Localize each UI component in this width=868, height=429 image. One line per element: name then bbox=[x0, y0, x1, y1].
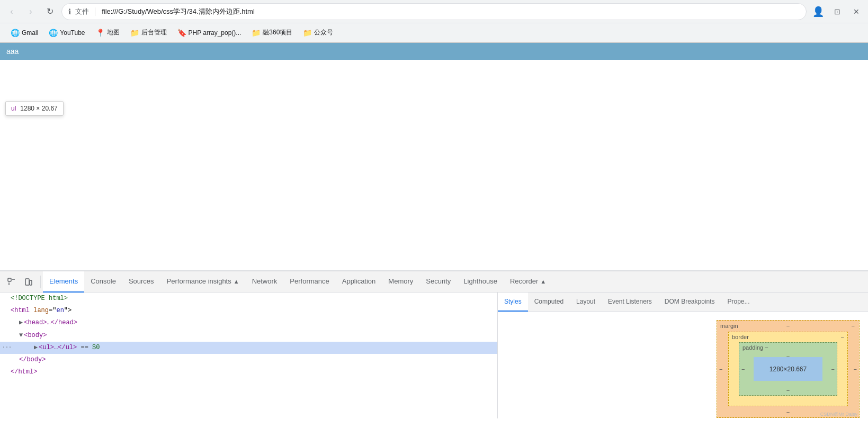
svg-rect-2 bbox=[30, 280, 32, 285]
styles-tab-properties[interactable]: Prope... bbox=[721, 293, 756, 312]
dom-head[interactable]: ▶<head>…</head> bbox=[0, 317, 497, 329]
dom-doctype: <!DOCTYPE html> bbox=[0, 293, 497, 305]
maps-icon: 📍 bbox=[96, 29, 105, 37]
back-button[interactable]: ‹ bbox=[4, 4, 19, 19]
content-dims: 1280×20.667 bbox=[769, 366, 807, 373]
styles-tab-styles[interactable]: Styles bbox=[498, 293, 528, 312]
margin-top-val: − bbox=[786, 323, 790, 329]
bookmark-backend[interactable]: 📁 后台管理 bbox=[126, 26, 171, 39]
tab-security[interactable]: Security bbox=[419, 271, 457, 293]
folder-icon-wechat: 📁 bbox=[303, 29, 312, 37]
profile-button[interactable]: 👤 bbox=[811, 4, 826, 19]
devtools-tabs: Elements Console Sources Performance ins… bbox=[43, 271, 864, 293]
recorder-badge: ▲ bbox=[540, 278, 546, 285]
padding-right-val: − bbox=[831, 366, 835, 372]
tab-network[interactable]: Network bbox=[246, 271, 284, 293]
styles-tab-dom-breakpoints[interactable]: DOM Breakpoints bbox=[658, 293, 721, 312]
toolbar-separator bbox=[40, 276, 41, 288]
box-model: margin − − − − − border − bbox=[717, 320, 860, 418]
bookmarks-bar: 🌐 Gmail 🌐 YouTube 📍 地图 📁 后台管理 🔖 PHP arra… bbox=[0, 23, 868, 42]
php-icon: 🔖 bbox=[177, 29, 186, 37]
bookmark-maps-label: 地图 bbox=[107, 28, 120, 37]
address-bar-row: ‹ › ↻ ℹ 文件 │ file:///G:/Study/Web/css学习/… bbox=[0, 0, 868, 23]
bookmark-php-label: PHP array_pop()... bbox=[189, 29, 241, 36]
bookmark-maps[interactable]: 📍 地图 bbox=[92, 26, 124, 39]
padding-bottom-val: − bbox=[786, 387, 790, 394]
gmail-icon: 🌐 bbox=[11, 29, 20, 37]
address-bar[interactable]: ℹ 文件 │ file:///G:/Study/Web/css学习/34.清除内… bbox=[61, 3, 807, 20]
tab-performance[interactable]: Performance bbox=[283, 271, 335, 293]
tab-console[interactable]: Console bbox=[84, 271, 122, 293]
bookmark-wechat-label: 公众号 bbox=[314, 28, 333, 37]
bookmark-gmail-label: Gmail bbox=[22, 29, 38, 36]
folder-icon-rong360: 📁 bbox=[252, 29, 261, 37]
address-url: file:///G:/Study/Web/css学习/34.清除内外边距.htm… bbox=[102, 7, 800, 16]
bookmark-rong360-label: 融360项目 bbox=[263, 28, 292, 37]
padding-left-val: − bbox=[741, 366, 745, 372]
bookmark-php[interactable]: 🔖 PHP array_pop()... bbox=[173, 26, 246, 39]
element-tooltip: ul 1280 × 20.67 bbox=[5, 101, 64, 116]
performance-insights-badge: ▲ bbox=[234, 278, 239, 285]
border-dash: − bbox=[841, 334, 844, 340]
margin-dash-top-right: − bbox=[852, 323, 855, 329]
browser-chrome: ‹ › ↻ ℹ 文件 │ file:///G:/Study/Web/css学习/… bbox=[0, 0, 868, 43]
tab-elements[interactable]: Elements bbox=[43, 271, 84, 293]
close-button[interactable]: ✕ bbox=[849, 4, 864, 19]
svg-rect-0 bbox=[8, 278, 11, 281]
address-file-text: 文件 bbox=[75, 7, 89, 16]
tab-memory[interactable]: Memory bbox=[382, 271, 419, 293]
page-banner: aaa bbox=[0, 43, 868, 60]
bookmark-gmail[interactable]: 🌐 Gmail bbox=[6, 26, 42, 39]
dom-body-open[interactable]: ▼<body> bbox=[0, 330, 497, 342]
styles-tab-event-listeners[interactable]: Event Listeners bbox=[602, 293, 658, 312]
dom-ul[interactable]: ··· ▶<ul>…</ul> == $0 bbox=[0, 342, 497, 354]
forward-button[interactable]: › bbox=[23, 4, 38, 19]
margin-left-val: − bbox=[719, 366, 722, 372]
element-picker-button[interactable] bbox=[4, 275, 19, 289]
bookmark-rong360[interactable]: 📁 融360项目 bbox=[247, 26, 297, 39]
bookmark-youtube-label: YouTube bbox=[60, 29, 85, 36]
tab-sources[interactable]: Sources bbox=[122, 271, 160, 293]
styles-panel: Styles Computed Layout Event Listeners D… bbox=[498, 293, 868, 418]
dom-html-open[interactable]: <html lang="en"> bbox=[0, 305, 497, 317]
margin-bottom-val: − bbox=[786, 409, 790, 415]
svg-rect-1 bbox=[25, 279, 29, 285]
box-content-layer: 1280×20.667 bbox=[754, 357, 822, 381]
tab-recorder[interactable]: Recorder ▲ bbox=[504, 271, 552, 293]
elements-panel: <!DOCTYPE html> <html lang="en"> ▶<head>… bbox=[0, 293, 498, 418]
bookmark-backend-label: 后台管理 bbox=[141, 28, 167, 37]
bookmark-youtube[interactable]: 🌐 YouTube bbox=[44, 26, 89, 39]
tooltip-dims: 1280 × 20.67 bbox=[20, 105, 57, 112]
border-label: border bbox=[732, 334, 749, 340]
watermark: CSDN@Mr Daisy bbox=[820, 412, 857, 417]
device-toggle-button[interactable] bbox=[21, 275, 36, 289]
folder-icon-backend: 📁 bbox=[130, 29, 139, 37]
tab-performance-insights[interactable]: Performance insights ▲ bbox=[160, 271, 246, 293]
styles-tab-layout[interactable]: Layout bbox=[570, 293, 602, 312]
bookmark-wechat[interactable]: 📁 公众号 bbox=[299, 26, 337, 39]
page-area: aaa ul 1280 × 20.67 bbox=[0, 43, 868, 270]
devtools-panel: Elements Console Sources Performance ins… bbox=[0, 270, 868, 418]
reload-button[interactable]: ↻ bbox=[42, 4, 57, 19]
devtools-content: <!DOCTYPE html> <html lang="en"> ▶<head>… bbox=[0, 293, 868, 418]
dom-html-close[interactable]: </html> bbox=[0, 366, 497, 378]
address-separator: │ bbox=[93, 7, 97, 15]
box-model-container: margin − − − − − border − bbox=[498, 312, 868, 418]
dom-body-close[interactable]: </body> bbox=[0, 354, 497, 366]
youtube-icon: 🌐 bbox=[49, 29, 58, 37]
tab-lighthouse[interactable]: Lighthouse bbox=[457, 271, 504, 293]
margin-label: margin bbox=[720, 323, 738, 329]
padding-label: padding − bbox=[742, 344, 768, 351]
devtools-toolbar: Elements Console Sources Performance ins… bbox=[0, 271, 868, 293]
info-icon: ℹ bbox=[68, 7, 71, 16]
margin-right-val: − bbox=[854, 366, 857, 372]
styles-tabs: Styles Computed Layout Event Listeners D… bbox=[498, 293, 868, 312]
styles-tab-computed[interactable]: Computed bbox=[528, 293, 570, 312]
tab-application[interactable]: Application bbox=[336, 271, 382, 293]
tooltip-tag: ul bbox=[11, 105, 16, 112]
fullscreen-button[interactable]: ⊡ bbox=[830, 4, 845, 19]
